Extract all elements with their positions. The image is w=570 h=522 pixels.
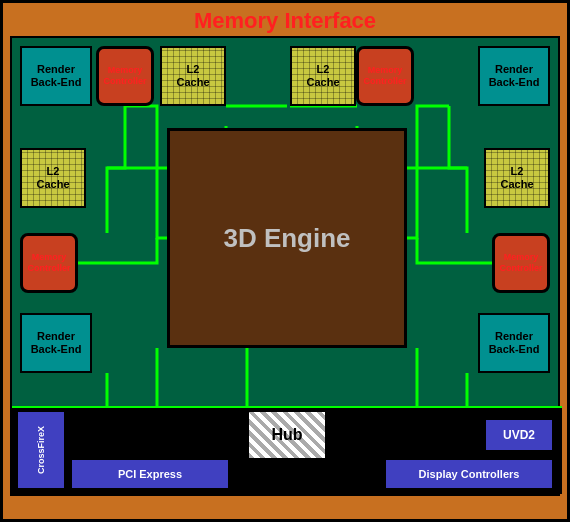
crossfirex-box: CrossFireX — [16, 410, 66, 490]
l2-cache-t2: L2Cache — [290, 46, 356, 106]
render-backend-tr: RenderBack-End — [478, 46, 550, 106]
memory-controller-t2: MemoryController — [356, 46, 414, 106]
l2-cache-t1: L2Cache — [160, 46, 226, 106]
3d-engine: 3D Engine — [167, 128, 407, 348]
memory-interface-title: Memory Interface — [3, 3, 567, 34]
bottom-strip: CrossFireX Hub UVD2 PCI Express Display … — [12, 406, 562, 494]
main-area: RenderBack-End MemoryController L2Cache … — [10, 36, 560, 496]
memory-controller-t1: MemoryController — [96, 46, 154, 106]
render-backend-bl: RenderBack-End — [20, 313, 92, 373]
render-backend-br: RenderBack-End — [478, 313, 550, 373]
l2-cache-mr: L2Cache — [484, 148, 550, 208]
render-backend-tl: RenderBack-End — [20, 46, 92, 106]
pci-express-box: PCI Express — [70, 458, 230, 490]
memory-controller-ml: MemoryController — [20, 233, 78, 293]
uvd2-box: UVD2 — [484, 418, 554, 452]
outer-frame: Memory Interface — [0, 0, 570, 522]
l2-cache-ml: L2Cache — [20, 148, 86, 208]
display-controllers-box: Display Controllers — [384, 458, 554, 490]
memory-controller-mr: MemoryController — [492, 233, 550, 293]
hub-box: Hub — [247, 410, 327, 460]
